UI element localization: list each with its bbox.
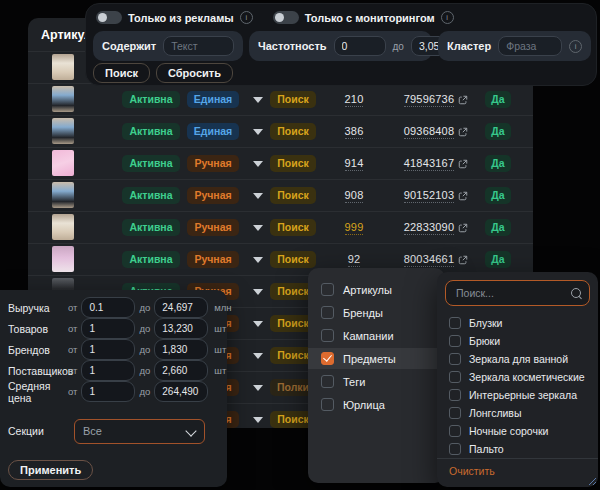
external-link-icon[interactable]	[458, 159, 468, 169]
chevron-down-icon[interactable]	[253, 385, 263, 391]
clear-button[interactable]: Очистить	[449, 465, 495, 477]
article-number-link[interactable]: 80034661	[404, 253, 455, 267]
checkbox[interactable]	[449, 335, 461, 347]
category-item[interactable]: Артикулы	[308, 279, 445, 300]
type-badge[interactable]: Ручная	[187, 219, 238, 236]
resize-grip[interactable]	[587, 476, 596, 485]
product-photo[interactable]	[52, 118, 74, 144]
status-badge[interactable]: Активна	[122, 155, 179, 172]
frequency-from-input[interactable]	[334, 36, 386, 56]
frequency-value[interactable]: 914	[345, 157, 364, 171]
info-icon[interactable]	[240, 11, 253, 24]
product-photo[interactable]	[52, 246, 74, 272]
checkbox[interactable]	[321, 329, 334, 342]
article-number-link[interactable]: 79596736	[404, 93, 455, 107]
external-link-icon[interactable]	[458, 223, 468, 233]
frequency-value[interactable]: 386	[345, 125, 364, 139]
chevron-down-icon[interactable]	[253, 289, 263, 295]
type-badge[interactable]: Ручная	[187, 187, 238, 204]
checkbox[interactable]	[321, 352, 334, 365]
checkbox[interactable]	[449, 353, 461, 365]
metric-to-input[interactable]	[154, 360, 208, 381]
chevron-down-icon[interactable]	[253, 257, 263, 263]
status-badge[interactable]: Активна	[122, 91, 179, 108]
checkbox[interactable]	[449, 425, 461, 437]
cluster-input[interactable]	[498, 36, 562, 56]
reset-button[interactable]: Сбросить	[156, 63, 233, 83]
status-badge[interactable]: Активна	[122, 219, 179, 236]
checkbox[interactable]	[449, 443, 461, 455]
metric-from-input[interactable]	[81, 318, 135, 339]
article-number-link[interactable]: 09368408	[404, 125, 455, 139]
subject-item[interactable]: Зеркала косметические	[437, 368, 598, 386]
only-monitoring-toggle[interactable]	[273, 11, 299, 24]
metric-to-input[interactable]	[154, 297, 208, 318]
frequency-value[interactable]: 999	[345, 221, 364, 235]
metric-to-input[interactable]	[154, 381, 208, 402]
chevron-down-icon[interactable]	[253, 353, 263, 359]
category-item[interactable]: Юрлица	[308, 394, 445, 415]
article-number-link[interactable]: 22833090	[404, 221, 455, 235]
status-badge[interactable]: Активна	[122, 251, 179, 268]
chevron-down-icon[interactable]	[253, 97, 263, 103]
checkbox[interactable]	[449, 371, 461, 383]
subject-item[interactable]: Ночные сорочки	[437, 422, 598, 440]
category-item[interactable]: Бренды	[308, 302, 445, 323]
status-badge[interactable]: Активна	[122, 187, 179, 204]
metric-to-input[interactable]	[154, 318, 208, 339]
checkbox[interactable]	[321, 283, 334, 296]
chevron-down-icon[interactable]	[253, 417, 263, 423]
metric-from-input[interactable]	[81, 360, 135, 381]
article-number-link[interactable]: 41843167	[404, 157, 455, 171]
search-button[interactable]: Поиск	[93, 63, 150, 83]
subject-item[interactable]: Интерьерные зеркала	[437, 386, 598, 404]
external-link-icon[interactable]	[458, 127, 468, 137]
subject-item[interactable]: Лонгсливы	[437, 404, 598, 422]
chevron-down-icon[interactable]	[253, 161, 263, 167]
subject-item[interactable]: Блузки	[437, 314, 598, 332]
only-ads-toggle[interactable]	[96, 11, 122, 24]
category-item[interactable]: Предметы	[308, 348, 445, 369]
product-photo[interactable]	[52, 86, 74, 112]
metric-from-input[interactable]	[81, 297, 135, 318]
search-action-badge[interactable]: Поиск	[270, 91, 316, 108]
search-action-badge[interactable]: Поиск	[270, 251, 316, 268]
external-link-icon[interactable]	[458, 95, 468, 105]
product-photo[interactable]	[52, 182, 74, 208]
sections-select[interactable]: Все	[74, 419, 205, 444]
subject-item[interactable]: Брюки	[437, 332, 598, 350]
checkbox[interactable]	[449, 317, 461, 329]
checkbox[interactable]	[321, 306, 334, 319]
category-item[interactable]: Кампании	[308, 325, 445, 346]
type-badge[interactable]: Ручная	[187, 251, 238, 268]
chevron-down-icon[interactable]	[253, 225, 263, 231]
subject-item[interactable]: Пальто	[437, 440, 598, 458]
type-badge[interactable]: Ручная	[187, 155, 238, 172]
product-photo[interactable]	[52, 214, 74, 240]
product-photo[interactable]	[52, 54, 74, 80]
search-action-badge[interactable]: Поиск	[270, 187, 316, 204]
product-photo[interactable]	[52, 150, 74, 176]
info-icon[interactable]	[569, 40, 582, 53]
apply-button[interactable]: Применить	[8, 460, 93, 480]
chevron-down-icon[interactable]	[253, 193, 263, 199]
external-link-icon[interactable]	[458, 255, 468, 265]
checkbox[interactable]	[449, 407, 461, 419]
external-link-icon[interactable]	[458, 191, 468, 201]
checkbox[interactable]	[321, 375, 334, 388]
article-number-link[interactable]: 90152103	[404, 189, 455, 203]
status-badge[interactable]: Активна	[122, 123, 179, 140]
frequency-value[interactable]: 210	[345, 93, 364, 107]
category-item[interactable]: Теги	[308, 371, 445, 392]
metric-to-input[interactable]	[154, 339, 208, 360]
chevron-down-icon[interactable]	[253, 129, 263, 135]
subject-item[interactable]: Зеркала для ванной	[437, 350, 598, 368]
type-badge[interactable]: Единая	[187, 123, 239, 140]
type-badge[interactable]: Единая	[187, 91, 239, 108]
info-icon[interactable]	[441, 11, 454, 24]
chevron-down-icon[interactable]	[253, 321, 263, 327]
subjects-search-input[interactable]	[454, 286, 571, 300]
contains-input[interactable]	[163, 36, 234, 56]
checkbox[interactable]	[321, 398, 334, 411]
search-action-badge[interactable]: Поиск	[270, 219, 316, 236]
